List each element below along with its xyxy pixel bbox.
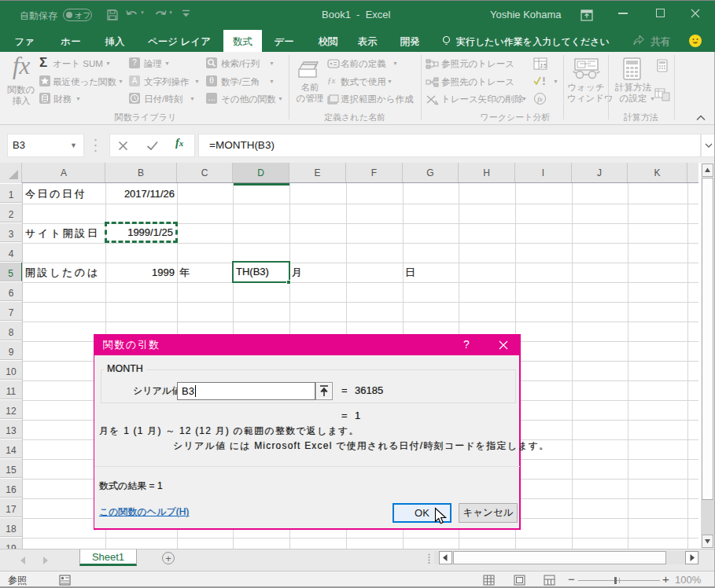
svg-text:15: 15 — [540, 62, 547, 69]
